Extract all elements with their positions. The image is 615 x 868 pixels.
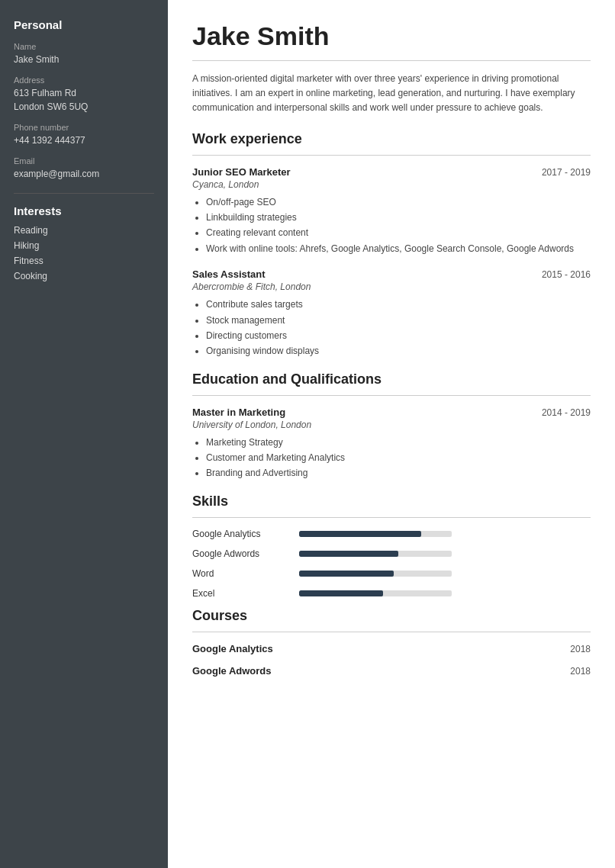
education-divider bbox=[192, 395, 591, 396]
skill-name: Google Analytics bbox=[192, 529, 299, 539]
job-bullet: Directing customers bbox=[206, 328, 591, 343]
job-company: Abercrombie & Fitch, London bbox=[192, 281, 591, 292]
skill-bar-background bbox=[299, 531, 452, 537]
job-bullets: Contribute sales targetsStock management… bbox=[206, 297, 591, 359]
skill-bar-fill bbox=[299, 571, 394, 577]
course-row: Google Analytics2018 bbox=[192, 643, 591, 654]
work-experience-heading: Work experience bbox=[192, 131, 591, 147]
skill-row: Google Analytics bbox=[192, 529, 591, 539]
sidebar: Personal Name Jake Smith Address 613 Ful… bbox=[0, 0, 168, 868]
job-bullet: Linkbuilding strategies bbox=[206, 210, 591, 225]
sidebar-divider bbox=[14, 193, 154, 194]
job-title: Junior SEO Marketer bbox=[192, 166, 291, 178]
resume-summary: A mission-oriented digital marketer with… bbox=[192, 72, 591, 116]
interest-item: Fitness bbox=[14, 256, 154, 266]
education-bullet: Marketing Strategy bbox=[206, 435, 591, 450]
education-heading: Education and Qualifications bbox=[192, 371, 591, 387]
skill-name: Excel bbox=[192, 588, 299, 599]
courses-divider bbox=[192, 632, 591, 632]
job-dates: 2017 - 2019 bbox=[542, 167, 591, 178]
education-entry: Master in Marketing2014 - 2019University… bbox=[192, 407, 591, 481]
skill-bar-fill bbox=[299, 531, 421, 537]
address-value: 613 Fulham Rd London SW6 5UQ bbox=[14, 86, 154, 114]
jobs-container: Junior SEO Marketer2017 - 2019Cyanca, Lo… bbox=[192, 166, 591, 359]
skill-bar-background bbox=[299, 590, 452, 596]
job-bullet: Contribute sales targets bbox=[206, 297, 591, 312]
course-row: Google Adwords2018 bbox=[192, 665, 591, 677]
courses-container: Google Analytics2018Google Adwords2018 bbox=[192, 643, 591, 677]
personal-section-title: Personal bbox=[14, 18, 154, 31]
job-bullet: On/off-page SEO bbox=[206, 194, 591, 210]
name-divider bbox=[192, 60, 591, 61]
job-company: Cyanca, London bbox=[192, 179, 591, 190]
resume-name: Jake Smith bbox=[192, 21, 591, 51]
job-bullet: Stock management bbox=[206, 313, 591, 328]
main-content: Jake Smith A mission-oriented digital ma… bbox=[168, 0, 615, 868]
email-label: Email bbox=[14, 156, 154, 166]
education-bullet: Branding and Advertising bbox=[206, 465, 591, 481]
course-year: 2018 bbox=[570, 666, 591, 677]
address-label: Address bbox=[14, 76, 154, 85]
skill-row: Google Adwords bbox=[192, 548, 591, 559]
email-value: example@gmail.com bbox=[14, 167, 154, 181]
skill-row: Word bbox=[192, 568, 591, 579]
courses-heading: Courses bbox=[192, 608, 591, 624]
education-container: Master in Marketing2014 - 2019University… bbox=[192, 407, 591, 481]
job-bullet: Creating relevant content bbox=[206, 225, 591, 240]
skill-bar-background bbox=[299, 571, 452, 577]
job-entry: Sales Assistant2015 - 2016Abercrombie & … bbox=[192, 268, 591, 359]
skills-heading: Skills bbox=[192, 493, 591, 510]
education-institution: University of London, London bbox=[192, 420, 591, 430]
skill-name: Word bbox=[192, 568, 299, 579]
skill-bar-fill bbox=[299, 590, 383, 596]
skill-bar-fill bbox=[299, 551, 398, 557]
skills-divider bbox=[192, 517, 591, 518]
skill-row: Excel bbox=[192, 588, 591, 599]
interests-list: ReadingHikingFitnessCooking bbox=[14, 225, 154, 281]
course-name: Google Analytics bbox=[192, 643, 273, 654]
skills-container: Google AnalyticsGoogle AdwordsWordExcel bbox=[192, 529, 591, 599]
job-dates: 2015 - 2016 bbox=[542, 269, 591, 280]
name-value: Jake Smith bbox=[14, 53, 154, 66]
job-bullet: Work with online tools: Ahrefs, Google A… bbox=[206, 241, 591, 256]
course-year: 2018 bbox=[570, 644, 591, 654]
interests-section-title: Interests bbox=[14, 204, 154, 217]
phone-label: Phone number bbox=[14, 123, 154, 132]
phone-value: +44 1392 444377 bbox=[14, 133, 154, 147]
education-bullets: Marketing StrategyCustomer and Marketing… bbox=[206, 435, 591, 481]
education-bullet: Customer and Marketing Analytics bbox=[206, 450, 591, 465]
job-entry: Junior SEO Marketer2017 - 2019Cyanca, Lo… bbox=[192, 166, 591, 257]
job-title: Sales Assistant bbox=[192, 268, 266, 280]
education-title: Master in Marketing bbox=[192, 407, 285, 418]
interest-item: Reading bbox=[14, 225, 154, 236]
education-dates: 2014 - 2019 bbox=[542, 407, 591, 418]
work-divider bbox=[192, 155, 591, 156]
interest-item: Hiking bbox=[14, 240, 154, 251]
job-bullet: Organising window displays bbox=[206, 343, 591, 358]
job-bullets: On/off-page SEOLinkbuilding strategiesCr… bbox=[206, 194, 591, 257]
skill-bar-background bbox=[299, 551, 452, 557]
name-label: Name bbox=[14, 42, 154, 51]
course-name: Google Adwords bbox=[192, 665, 272, 677]
skill-name: Google Adwords bbox=[192, 548, 299, 559]
interest-item: Cooking bbox=[14, 271, 154, 281]
